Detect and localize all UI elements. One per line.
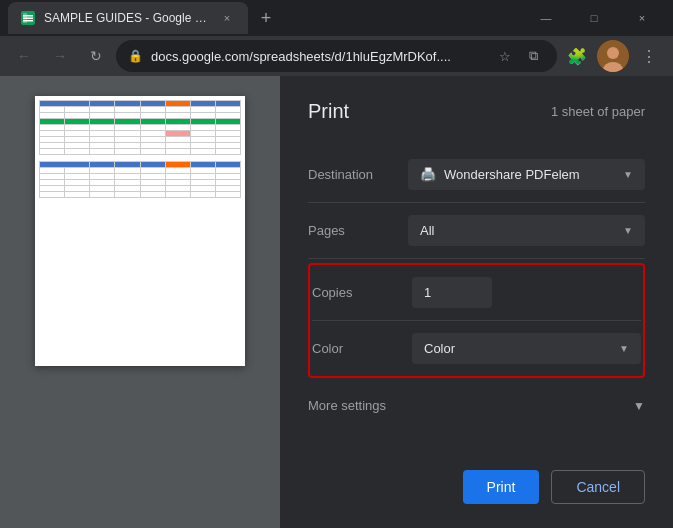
active-tab[interactable]: SAMPLE GUIDES - Google Sheets ×: [8, 2, 248, 34]
print-button[interactable]: Print: [463, 470, 540, 504]
print-header: Print 1 sheet of paper: [308, 100, 645, 123]
printer-icon: 🖨️: [420, 167, 436, 182]
destination-label: Destination: [308, 167, 408, 182]
more-settings-label: More settings: [308, 398, 386, 413]
close-button[interactable]: ×: [619, 2, 665, 34]
refresh-button[interactable]: ↻: [80, 40, 112, 72]
address-actions: ☆ ⧉: [493, 44, 545, 68]
pages-control: All ▼: [408, 215, 645, 246]
tab-area: SAMPLE GUIDES - Google Sheets × +: [8, 0, 519, 36]
profile-avatar[interactable]: [597, 40, 629, 72]
navbar: ← → ↻ 🔒 docs.google.com/spreadsheets/d/1…: [0, 36, 673, 76]
pages-value: All: [420, 223, 434, 238]
copies-control: [412, 277, 641, 308]
destination-chevron-down-icon: ▼: [623, 169, 633, 180]
minimize-button[interactable]: —: [523, 2, 569, 34]
tab-close-button[interactable]: ×: [218, 9, 236, 27]
tab-title: SAMPLE GUIDES - Google Sheets: [44, 11, 210, 25]
color-control: Color ▼: [412, 333, 641, 364]
copies-input[interactable]: [412, 277, 492, 308]
destination-dropdown[interactable]: 🖨️ Wondershare PDFelem ▼: [408, 159, 645, 190]
more-settings-row[interactable]: More settings ▼: [308, 382, 645, 429]
print-actions: Print Cancel: [308, 454, 645, 504]
highlighted-settings-section: Copies Color Color ▼: [308, 263, 645, 378]
color-dropdown[interactable]: Color ▼: [412, 333, 641, 364]
back-button[interactable]: ←: [8, 40, 40, 72]
destination-value: 🖨️ Wondershare PDFelem: [420, 167, 580, 182]
more-menu-button[interactable]: ⋮: [633, 40, 665, 72]
spreadsheet-preview: [35, 96, 245, 366]
color-row: Color Color ▼: [312, 321, 641, 376]
titlebar: SAMPLE GUIDES - Google Sheets × + — □ ×: [0, 0, 673, 36]
lock-icon: 🔒: [128, 49, 143, 63]
destination-row: Destination 🖨️ Wondershare PDFelem ▼: [308, 147, 645, 203]
sheets-icon: [20, 10, 36, 26]
address-bar[interactable]: 🔒 docs.google.com/spreadsheets/d/1hluEgz…: [116, 40, 557, 72]
sheets-count: 1 sheet of paper: [551, 104, 645, 119]
print-preview-panel: [0, 76, 280, 528]
pages-label: Pages: [308, 223, 408, 238]
extension-icon[interactable]: ⧉: [521, 44, 545, 68]
puzzle-icon[interactable]: 🧩: [561, 40, 593, 72]
pages-chevron-down-icon: ▼: [623, 225, 633, 236]
svg-point-6: [607, 47, 619, 59]
color-chevron-down-icon: ▼: [619, 343, 629, 354]
copies-row: Copies: [312, 265, 641, 321]
bookmark-icon[interactable]: ☆: [493, 44, 517, 68]
svg-rect-4: [23, 13, 27, 23]
print-title: Print: [308, 100, 349, 123]
address-text: docs.google.com/spreadsheets/d/1hluEgzMr…: [151, 49, 485, 64]
new-tab-button[interactable]: +: [252, 4, 280, 32]
content-area: Print 1 sheet of paper Destination 🖨️ Wo…: [0, 76, 673, 528]
copies-label: Copies: [312, 285, 412, 300]
color-label: Color: [312, 341, 412, 356]
pages-dropdown[interactable]: All ▼: [408, 215, 645, 246]
destination-control: 🖨️ Wondershare PDFelem ▼: [408, 159, 645, 190]
color-value: Color: [424, 341, 455, 356]
more-settings-chevron-down-icon: ▼: [633, 399, 645, 413]
page-preview: [35, 96, 245, 366]
window-controls: — □ ×: [523, 2, 665, 34]
cancel-button[interactable]: Cancel: [551, 470, 645, 504]
pages-row: Pages All ▼: [308, 203, 645, 259]
print-settings-panel: Print 1 sheet of paper Destination 🖨️ Wo…: [280, 76, 673, 528]
forward-button[interactable]: →: [44, 40, 76, 72]
maximize-button[interactable]: □: [571, 2, 617, 34]
